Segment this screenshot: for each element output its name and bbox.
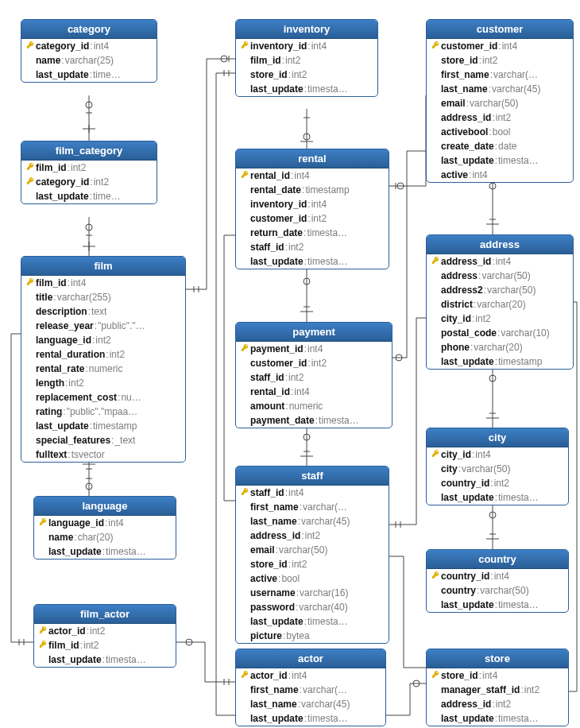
column-name: last_name [250,698,297,711]
column-name: last_update [48,653,102,666]
column-type: int2 [475,312,490,325]
column-name: last_update [441,598,494,611]
column-name: description [36,305,87,318]
column-name: actor_id [250,669,288,682]
column-row: name: char(20) [34,530,176,544]
column-type: numeric [89,362,123,375]
column-type: varchar(45) [301,515,350,528]
column-type: int4 [294,169,309,182]
column-row: staff_id: int2 [236,240,389,254]
column-type: timestamp [305,184,349,196]
column-name: rental_rate [36,362,84,375]
column-row: active: bool [236,571,389,586]
column-type: int4 [502,40,517,52]
column-name: return_date [250,227,303,239]
column-row: staff_id: int2 [236,370,392,385]
column-type: varchar(50) [279,544,327,556]
column-row: film_id: int2 [236,53,377,68]
column-row: customer_id: int2 [236,211,389,226]
table-header: rental [236,149,389,168]
column-type: timesta… [106,545,146,558]
column-type: bool [493,126,511,138]
table-header: film_category [21,141,157,161]
column-type: int2 [292,68,307,81]
table-country: countrycountry_id: int4country: varchar(… [426,549,569,613]
column-name: city_id [441,312,471,325]
column-row: address_id: int4 [427,254,573,269]
primary-key-icon [430,669,441,682]
column-row: last_update: timesta… [236,82,377,96]
column-row: inventory_id: int4 [236,39,377,53]
column-name: release_year [36,319,94,332]
table-header: customer [427,20,573,39]
column-name: password [250,601,295,614]
column-name: address_id [441,255,491,268]
column-type: varchar(255) [57,291,111,304]
column-row: last_update: timesta… [34,652,176,667]
column-row: last_update: timesta… [427,598,568,612]
column-type: timesta… [498,154,539,167]
column-type: int4 [472,168,487,181]
column-type: int4 [108,517,123,529]
column-type: int2 [494,477,509,490]
column-row: store_id: int2 [427,53,573,68]
column-name: special_features [36,434,110,447]
column-type: timesta… [307,615,348,628]
column-row: customer_id: int2 [236,356,392,370]
table-address: addressaddress_id: int4address: varchar(… [426,234,574,370]
column-type: text [91,305,106,318]
table-film: filmfilm_id: int4title: varchar(255)desc… [21,256,186,463]
column-name: last_update [36,68,89,81]
column-name: language_id [48,517,104,529]
table-city: citycity_id: int4city: varchar(50)countr… [426,428,569,505]
column-row: payment_id: int4 [236,342,392,356]
column-row: fulltext: tsvector [21,447,185,462]
column-type: int2 [524,683,539,696]
table-header: language [34,497,176,516]
column-name: store_id [250,68,288,81]
column-row: rental_id: int4 [236,168,389,183]
column-type: date [498,140,516,153]
column-type: varchar(20) [474,341,522,354]
column-name: phone [441,341,470,354]
column-name: active [441,168,468,181]
column-name: address2 [441,284,483,296]
column-row: title: varchar(255) [21,290,185,304]
column-row: actor_id: int4 [236,668,385,683]
column-name: country_id [441,477,489,490]
column-type: varchar(20) [477,298,525,311]
column-type: time… [93,190,121,203]
column-row: postal_code: varchar(10) [427,326,573,340]
column-name: country [441,584,476,597]
column-type: timestamp [93,420,137,432]
column-row: city_id: int4 [427,447,568,462]
column-name: store_id [250,558,288,571]
primary-key-icon [37,639,48,652]
column-row: replacement_cost: nu… [21,390,185,405]
column-type: timesta… [498,712,539,725]
column-type: int2 [95,334,110,347]
column-name: last_name [250,515,297,528]
column-type: timesta… [307,712,348,725]
column-type: int2 [482,54,497,67]
column-type: int4 [482,669,497,682]
column-type: int2 [90,625,105,637]
column-name: name [48,531,73,544]
column-name: last_name [441,83,488,95]
column-name: name [36,54,60,67]
column-row: last_update: timesta… [34,544,176,559]
column-type: int2 [496,111,511,124]
column-row: last_update: timestamp [21,419,185,433]
column-row: store_id: int4 [427,668,568,683]
column-type: int4 [311,40,327,52]
column-name: picture [250,629,282,642]
column-name: amount [250,400,284,412]
column-row: district: varchar(20) [427,297,573,312]
column-name: last_update [441,712,494,725]
column-type: varchar(50) [481,269,530,282]
column-row: return_date: timesta… [236,226,389,240]
column-type: varchar(45) [492,83,540,95]
column-type: "public"."… [98,319,145,332]
column-row: store_id: int2 [236,68,377,82]
column-type: varchar(25) [65,54,114,67]
